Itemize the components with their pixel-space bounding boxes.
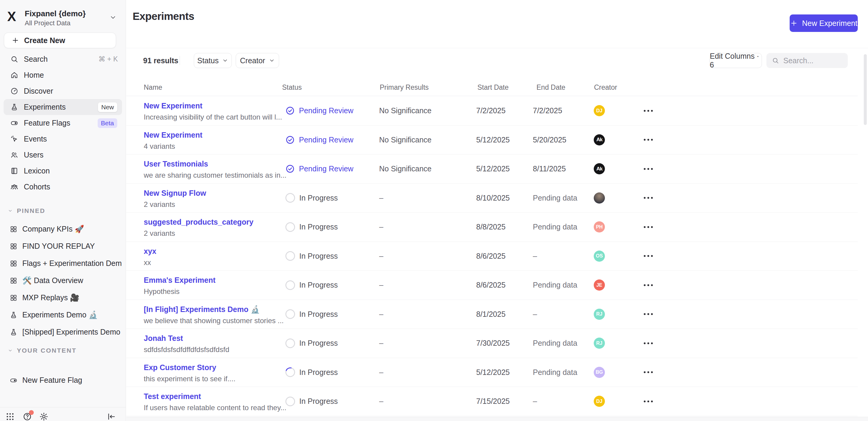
avatar[interactable] [594, 192, 605, 203]
home-icon [10, 71, 19, 79]
row-menu-button[interactable] [643, 223, 654, 231]
sidebar-item-users[interactable]: Users [4, 147, 122, 163]
row-menu-button[interactable] [643, 310, 654, 318]
experiment-name-link[interactable]: Jonah Test [144, 334, 183, 343]
board-icon [10, 225, 18, 233]
experiment-name-link[interactable]: Exp Customer Story [144, 363, 216, 372]
board-icon [10, 294, 18, 302]
column-header-name[interactable]: Name [144, 79, 162, 96]
experiment-name-link[interactable]: [In Flight] Experiments Demo 🔬 [144, 305, 260, 314]
experiment-name-link[interactable]: New Experiment [144, 101, 203, 110]
end-date-cell: – [533, 242, 537, 271]
table-row[interactable]: New Signup Flow 2 variants In Progress –… [126, 184, 858, 213]
row-menu-button[interactable] [643, 107, 654, 115]
sidebar-item-experiments[interactable]: ExperimentsNew [4, 99, 122, 115]
avatar[interactable]: DJ [594, 105, 605, 116]
avatar[interactable]: RJ [594, 337, 605, 349]
apps-grid-icon[interactable] [5, 412, 15, 421]
sidebar-item-discover[interactable]: Discover [4, 83, 122, 99]
table-row[interactable]: [In Flight] Experiments Demo 🔬 we believ… [126, 300, 858, 329]
avatar[interactable]: Ak [594, 134, 605, 145]
scrollbar-thumb[interactable] [864, 54, 867, 125]
sidebar-item-home[interactable]: Home [4, 67, 122, 83]
table-row[interactable]: New Experiment Increasing visibility of … [126, 96, 858, 126]
section-header-pinned[interactable]: PINNED [4, 203, 122, 218]
column-header-end-date[interactable]: End Date [536, 79, 565, 96]
events-icon [10, 135, 19, 143]
sidebar-item-cohorts[interactable]: Cohorts [4, 179, 122, 195]
sidebar-item-company-kpis[interactable]: Company KPIs 🚀 [4, 221, 122, 237]
row-menu-button[interactable] [643, 368, 654, 376]
create-new-button[interactable]: Create New [4, 33, 116, 48]
sidebar-item-shipped-experiments-demo[interactable]: [Shipped] Experiments Demo 🖊️ [4, 323, 122, 341]
avatar[interactable]: OS [594, 251, 605, 262]
table-row[interactable]: xyx xx In Progress – 8/6/2025 – OS [126, 242, 858, 271]
sidebar-item-experiments-demo[interactable]: Experiments Demo 🔬 [4, 306, 122, 323]
table-row[interactable]: Jonah Test sdfdsfdsfsdfdffdfdsfsdfdsfd I… [126, 329, 858, 358]
collapse-sidebar-icon[interactable] [107, 412, 116, 421]
table-row[interactable]: Exp Customer Story this experiment is to… [126, 358, 858, 387]
avatar[interactable]: JE [594, 280, 605, 291]
experiment-name-link[interactable]: Emma's Experiment [144, 276, 216, 285]
sidebar-item-mxp-replays[interactable]: MXP Replays 🎥 [4, 289, 122, 306]
new-experiment-button[interactable]: New Experiment [789, 14, 858, 32]
creator-filter-button[interactable]: Creator [236, 53, 279, 68]
sidebar-item-lexicon[interactable]: Lexicon [4, 163, 122, 179]
section-header-your-content[interactable]: YOUR CONTENT [4, 343, 122, 358]
experiment-name-link[interactable]: New Signup Flow [144, 189, 206, 198]
sidebar-section-pinned: PINNEDCompany KPIs 🚀FIND YOUR REPLAYFlag… [4, 203, 122, 341]
avatar[interactable]: PH [594, 221, 605, 232]
experiment-name-link[interactable]: xyx [144, 247, 156, 256]
sidebar: X Fixpanel {demo} All Project Data Creat… [0, 0, 126, 421]
experiment-name-link[interactable]: User Testimonials [144, 160, 208, 168]
start-date-cell: 7/30/2025 [476, 329, 510, 358]
status-filter-button[interactable]: Status [194, 53, 232, 68]
avatar[interactable]: DJ [594, 396, 605, 407]
search-input[interactable] [783, 56, 841, 65]
main-content: Experiments New Experiment 91 results St… [126, 0, 868, 421]
status-cell: In Progress [285, 213, 338, 241]
table-row[interactable]: Test experiment If users have relatable … [126, 387, 858, 416]
experiment-name-link[interactable]: suggested_products_category [144, 218, 253, 226]
avatar[interactable]: BG [594, 367, 605, 378]
end-date-cell: Pending data [533, 213, 577, 241]
sidebar-item-data-overview[interactable]: 🛠️ Data Overview [4, 272, 122, 289]
column-header-creator[interactable]: Creator [594, 79, 617, 96]
row-menu-button[interactable] [643, 252, 654, 260]
row-menu-button[interactable] [643, 165, 654, 173]
table-row[interactable]: User Testimonials we are sharing custome… [126, 155, 858, 184]
sidebar-item-search[interactable]: Search⌘ + K [4, 51, 122, 67]
end-date-cell: – [533, 300, 537, 329]
table-row[interactable]: New Experiment 4 variants Pending Review… [126, 126, 858, 155]
status-cell: In Progress [285, 271, 338, 300]
sidebar-footer [5, 412, 120, 421]
flask-icon [10, 311, 18, 319]
column-header-primary-results[interactable]: Primary Results [380, 79, 429, 96]
menu-cell [643, 155, 654, 184]
row-menu-button[interactable] [643, 281, 654, 289]
creator-cell: Ak [594, 155, 605, 184]
row-menu-button[interactable] [643, 194, 654, 202]
avatar[interactable]: Ak [594, 163, 605, 174]
row-menu-button[interactable] [643, 397, 654, 406]
experiment-name-link[interactable]: New Experiment [144, 131, 203, 139]
sidebar-item-feature-flags[interactable]: Feature FlagsBeta [4, 115, 122, 131]
plus-icon [790, 19, 798, 27]
settings-gear-icon[interactable] [39, 412, 49, 421]
edit-columns-button[interactable]: Edit Columns · 6 [710, 53, 762, 68]
table-row[interactable]: suggested_products_category 2 variants I… [126, 213, 858, 242]
table-row[interactable]: Emma's Experiment Hypothesis In Progress… [126, 271, 858, 300]
row-menu-button[interactable] [643, 136, 654, 144]
creator-cell: RJ [594, 300, 605, 329]
column-header-start-date[interactable]: Start Date [477, 79, 509, 96]
row-menu-button[interactable] [643, 339, 654, 347]
sidebar-item-events[interactable]: Events [4, 131, 122, 147]
experiment-name-link[interactable]: Test experiment [144, 392, 201, 401]
sidebar-item-new-feature-flag[interactable]: New Feature Flag [4, 371, 122, 389]
workspace-switcher[interactable]: X Fixpanel {demo} All Project Data [7, 7, 120, 31]
sidebar-item-find-your-replay[interactable]: FIND YOUR REPLAY [4, 237, 122, 255]
avatar[interactable]: RJ [594, 309, 605, 320]
column-header-status[interactable]: Status [282, 79, 302, 96]
sidebar-item-flags-experimentation-demo[interactable]: Flags + Experimentation Demo , [4, 255, 122, 272]
help-button[interactable] [23, 412, 35, 421]
